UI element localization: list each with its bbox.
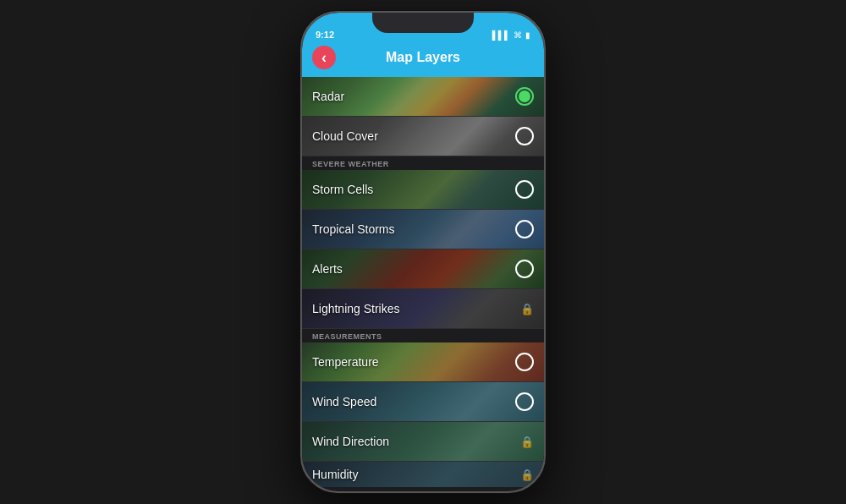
layer-control-lightning-strikes: 🔒 (520, 301, 534, 316)
layer-control-cloud-cover[interactable] (515, 127, 534, 145)
layer-item-wind-direction[interactable]: Wind Direction 🔒 (302, 422, 544, 461)
severe-weather-section-label: SEVERE WEATHER (302, 156, 544, 170)
status-icons: ▌▌▌ ⌘ ▮ (492, 30, 530, 40)
wifi-icon: ⌘ (514, 30, 522, 40)
toggle-tropical-storms[interactable] (515, 220, 534, 238)
layer-label-wind-speed: Wind Speed (312, 395, 376, 408)
layer-item-radar[interactable]: Radar (302, 77, 544, 116)
app-header: Map Layers (302, 43, 544, 77)
measurements-section-label: MEASUREMENTS (302, 329, 544, 342)
layer-item-cloud-cover[interactable]: Cloud Cover (302, 117, 544, 156)
layer-control-temperature[interactable] (515, 353, 534, 371)
battery-icon: ▮ (525, 30, 530, 40)
layer-item-alerts[interactable]: Alerts (302, 249, 544, 288)
signal-icon: ▌▌▌ (492, 30, 510, 40)
layer-label-cloud-cover: Cloud Cover (312, 129, 378, 143)
layer-control-wind-direction: 🔒 (520, 434, 534, 449)
toggle-temperature[interactable] (515, 353, 534, 371)
layer-control-alerts[interactable] (515, 260, 534, 278)
layers-list: Radar Cloud Cover SEVERE WEATHER (302, 77, 544, 491)
toggle-wind-speed[interactable] (515, 392, 534, 411)
layer-label-humidity: Humidity (312, 468, 358, 481)
back-button[interactable] (312, 46, 336, 69)
layer-control-storm-cells[interactable] (515, 180, 534, 199)
layer-control-humidity: 🔒 (520, 467, 534, 482)
layer-control-tropical-storms[interactable] (515, 220, 534, 238)
layer-item-lightning-strikes[interactable]: Lightning Strikes 🔒 (302, 289, 544, 328)
layer-control-radar[interactable] (515, 87, 534, 106)
layer-control-wind-speed[interactable] (515, 392, 534, 411)
toggle-radar[interactable] (515, 87, 534, 106)
layer-label-lightning-strikes: Lightning Strikes (312, 302, 400, 315)
lock-icon-lightning: 🔒 (520, 303, 534, 315)
lock-icon-wind-direction: 🔒 (520, 436, 534, 448)
lock-icon-humidity: 🔒 (520, 468, 534, 481)
layer-item-storm-cells[interactable]: Storm Cells (302, 170, 544, 209)
toggle-cloud-cover[interactable] (515, 127, 534, 145)
phone-screen: 9:12 ▌▌▌ ⌘ ▮ Map Layers Radar (302, 13, 544, 491)
layer-label-tropical-storms: Tropical Storms (312, 222, 395, 236)
toggle-storm-cells[interactable] (515, 180, 534, 199)
layer-label-radar: Radar (312, 90, 344, 103)
layer-item-temperature[interactable]: Temperature (302, 342, 544, 381)
layer-label-storm-cells: Storm Cells (312, 183, 373, 196)
layer-item-wind-speed[interactable]: Wind Speed (302, 382, 544, 421)
layer-item-humidity[interactable]: Humidity 🔒 (302, 462, 544, 487)
layer-label-alerts: Alerts (312, 262, 343, 276)
layer-label-wind-direction: Wind Direction (312, 435, 389, 448)
layer-item-tropical-storms[interactable]: Tropical Storms (302, 210, 544, 249)
toggle-alerts[interactable] (515, 260, 534, 278)
phone-frame: 9:12 ▌▌▌ ⌘ ▮ Map Layers Radar (300, 11, 546, 493)
status-time: 9:12 (316, 30, 334, 40)
notch (372, 13, 474, 33)
header-title: Map Layers (386, 50, 460, 65)
layer-label-temperature: Temperature (312, 355, 379, 369)
